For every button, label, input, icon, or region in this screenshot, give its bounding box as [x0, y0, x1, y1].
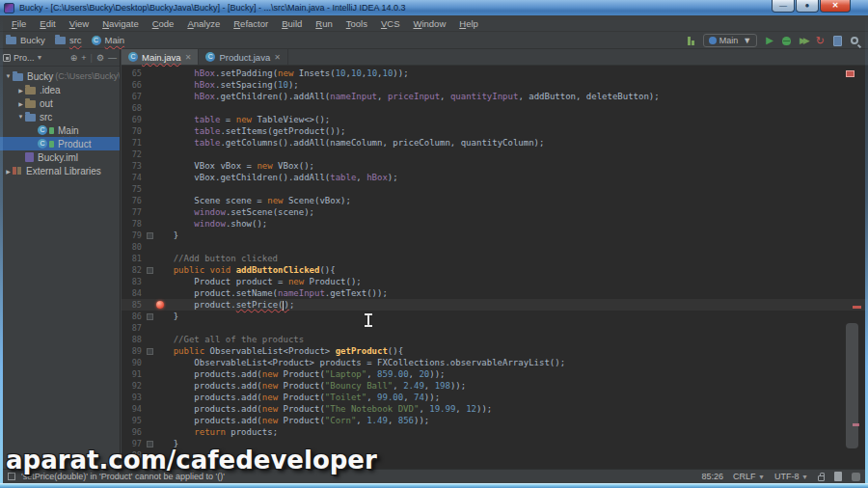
run-configuration-select[interactable]: Main ▼	[703, 34, 757, 47]
code-line-81[interactable]: 81 //Add button clicked	[122, 253, 868, 264]
menu-tools[interactable]: Tools	[339, 16, 374, 31]
error-stripe-mark[interactable]	[853, 306, 861, 309]
menu-run[interactable]: Run	[309, 16, 339, 31]
tree-item-bucky[interactable]: ▼Bucky(C:\Users\Bucky\	[0, 69, 120, 83]
expander-icon[interactable]: ▶	[16, 87, 25, 94]
code-line-74[interactable]: 74 vBox.getChildren().addAll(table, hBox…	[122, 172, 868, 183]
expander-icon[interactable]: ▼	[4, 73, 13, 79]
video-watermark: aparat.com/cafedeveloper	[6, 446, 377, 474]
menu-view[interactable]: View	[63, 16, 95, 31]
tree-item-main[interactable]: CMain	[0, 123, 120, 137]
expander-icon[interactable]: ▼	[16, 114, 25, 120]
toolwindow-toggle-icon[interactable]	[688, 37, 694, 45]
caret-position[interactable]: 85:26	[702, 472, 724, 481]
intellij-logo-icon	[4, 3, 14, 14]
code-line-85[interactable]: 85 product.setPrice();	[122, 299, 868, 311]
code-line-79[interactable]: 79 }	[122, 230, 868, 241]
code-line-75[interactable]: 75	[122, 183, 868, 195]
error-lightbulb-icon[interactable]	[156, 301, 164, 309]
code-line-95[interactable]: 95 products.add(new Product("Corn", 1.49…	[122, 415, 868, 426]
code-line-94[interactable]: 94 products.add(new Product("The Noteboo…	[122, 403, 868, 415]
code-line-69[interactable]: 69 table = new TableView<>();	[122, 114, 868, 125]
menu-window[interactable]: Window	[406, 16, 452, 31]
code-line-66[interactable]: 66 hBox.setSpacing(10);	[122, 79, 868, 91]
search-everywhere-button[interactable]	[851, 37, 858, 44]
line-ending-select[interactable]: CRLF ▼	[733, 472, 765, 481]
update-project-button[interactable]: ↻	[816, 36, 825, 45]
debug-button[interactable]	[782, 37, 791, 45]
code-line-88[interactable]: 88 //Get all of the products	[122, 334, 868, 345]
tree-item-bucky-iml[interactable]: Bucky.iml	[0, 150, 120, 164]
code-line-93[interactable]: 93 products.add(new Product("Toilet", 99…	[122, 392, 868, 403]
settings-button[interactable]	[833, 36, 842, 46]
code-line-82[interactable]: 82 public void addButtonClicked(){	[122, 264, 868, 276]
code-line-80[interactable]: 80	[122, 241, 868, 253]
code-line-86[interactable]: 86 }	[122, 311, 868, 322]
menu-vcs[interactable]: VCS	[374, 16, 407, 31]
tree-item--idea[interactable]: ▶.idea	[0, 83, 120, 96]
code-line-72[interactable]: 72	[122, 149, 868, 160]
code-line-84[interactable]: 84 product.setName(nameInput.getText());	[122, 287, 868, 299]
code-line-77[interactable]: 77 window.setScene(scene);	[122, 206, 868, 218]
menu-refactor[interactable]: Refactor	[227, 16, 275, 31]
code-line-70[interactable]: 70 table.setItems(getProduct());	[122, 125, 868, 137]
menu-navigate[interactable]: Navigate	[95, 16, 146, 31]
code-line-87[interactable]: 87	[122, 322, 868, 334]
code-line-89[interactable]: 89 public ObservableList<Product> getPro…	[122, 345, 868, 357]
expander-icon[interactable]: ▶	[4, 168, 13, 175]
minimize-button[interactable]: —	[772, 0, 795, 13]
code-line-96[interactable]: 96 return products;	[122, 426, 868, 438]
gear-icon[interactable]: ⚙	[96, 53, 104, 63]
code-line-91[interactable]: 91 products.add(new Product("Laptop", 85…	[122, 368, 868, 380]
run-with-coverage-button[interactable]: ▶▶	[800, 36, 807, 45]
close-icon[interactable]: ✕	[274, 53, 281, 62]
editor-scrollbar[interactable]	[846, 323, 858, 448]
tab-main-java[interactable]: C Main.java ✕	[122, 49, 199, 65]
code-line-71[interactable]: 71 table.getColumns().addAll(nameColumn,…	[122, 137, 868, 149]
code-line-78[interactable]: 78 window.show();	[122, 218, 868, 230]
close-button[interactable]: ✕	[820, 0, 851, 13]
project-panel-title[interactable]: Pro...	[14, 53, 35, 63]
inspections-icon[interactable]	[834, 472, 842, 481]
crumb-src[interactable]: src	[55, 35, 82, 45]
menu-edit[interactable]: Edit	[33, 16, 62, 31]
fold-marker	[147, 114, 152, 125]
run-button[interactable]: ▶	[766, 36, 773, 45]
menu-build[interactable]: Build	[275, 16, 309, 31]
fold-marker	[147, 380, 152, 392]
tree-item-product[interactable]: CProduct	[0, 137, 120, 150]
close-icon[interactable]: ✕	[185, 53, 192, 62]
notifications-icon[interactable]	[852, 473, 860, 481]
locate-file-icon[interactable]: ⊕	[70, 53, 78, 63]
code-text: table.getColumns().addAll(nameColumn, pr…	[152, 137, 544, 149]
menu-help[interactable]: Help	[452, 16, 485, 31]
tree-item-external-libraries[interactable]: ▶External Libraries	[0, 164, 120, 177]
collapse-all-icon[interactable]: +	[81, 53, 86, 63]
code-line-90[interactable]: 90 ObservableList<Product> products = FX…	[122, 357, 868, 368]
tree-item-src[interactable]: ▼src	[0, 110, 120, 123]
crumb-bucky[interactable]: Bucky	[6, 35, 45, 45]
code-line-76[interactable]: 76 Scene scene = new Scene(vBox);	[122, 195, 868, 206]
chevron-down-icon[interactable]: ▼	[37, 54, 43, 61]
menu-file[interactable]: File	[5, 16, 33, 31]
menu-code[interactable]: Code	[146, 16, 181, 31]
library-icon	[13, 166, 22, 176]
code-line-67[interactable]: 67 hBox.getChildren().addAll(nameInput, …	[122, 91, 868, 102]
code-line-65[interactable]: 65 hBox.setPadding(new Insets(10,10,10,1…	[122, 68, 868, 79]
expander-icon[interactable]: ▶	[16, 100, 25, 107]
code-editor[interactable]: 65 hBox.setPadding(new Insets(10,10,10,1…	[122, 66, 868, 469]
encoding-select[interactable]: UTF-8 ▼	[774, 472, 808, 481]
maximize-button[interactable]: ●	[796, 0, 819, 13]
line-number: 70	[122, 125, 147, 137]
lock-icon[interactable]	[818, 475, 825, 481]
tab-product-java[interactable]: C Product.java ✕	[199, 49, 288, 65]
code-line-83[interactable]: 83 Product product = new Product();	[122, 276, 868, 287]
module-file-icon	[25, 152, 34, 162]
code-line-68[interactable]: 68	[122, 102, 868, 114]
menu-analyze[interactable]: Analyze	[180, 16, 227, 31]
code-line-92[interactable]: 92 products.add(new Product("Bouncy Ball…	[122, 380, 868, 392]
code-line-73[interactable]: 73 VBox vBox = new VBox();	[122, 160, 868, 172]
tree-item-out[interactable]: ▶out	[0, 96, 120, 110]
hide-panel-icon[interactable]: —	[108, 53, 117, 63]
crumb-main[interactable]: CMain	[92, 35, 125, 45]
